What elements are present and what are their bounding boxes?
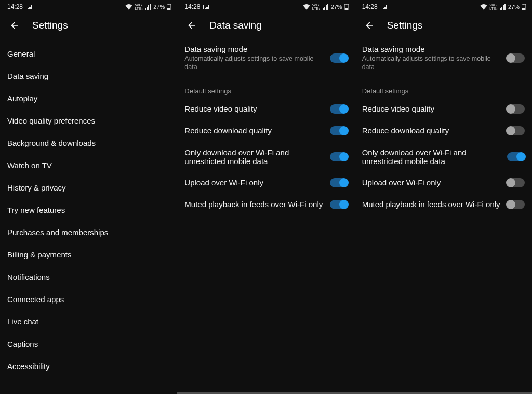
- toggle-switch[interactable]: [507, 200, 525, 209]
- signal-icon: [500, 4, 506, 10]
- page-title: Settings: [32, 20, 68, 31]
- status-bar: 14:28 VoGLTE↕ 27%: [177, 0, 354, 12]
- settings-item-video-quality-preferences[interactable]: Video quality preferences: [0, 110, 177, 132]
- status-bar: 14:28 VoGLTE↕ 27%: [355, 0, 532, 12]
- toggle-switch[interactable]: [507, 178, 525, 187]
- svg-rect-8: [522, 8, 525, 10]
- settings-item-billing-payments[interactable]: Billing & payments: [0, 243, 177, 266]
- battery-pct: 27%: [331, 4, 342, 10]
- settings-item-watch-on-tv[interactable]: Watch on TV: [0, 154, 177, 176]
- svg-rect-1: [168, 4, 170, 4]
- settings-item-accessibility[interactable]: Accessibility: [0, 355, 177, 377]
- svg-rect-4: [345, 4, 347, 4]
- data-saving-mode-switch[interactable]: [330, 53, 348, 63]
- settings-item-notifications[interactable]: Notifications: [0, 266, 177, 288]
- bottom-indicator: [177, 392, 354, 394]
- battery-icon: [344, 4, 349, 10]
- status-time: 14:28: [7, 3, 23, 10]
- back-button[interactable]: [9, 20, 20, 31]
- back-button[interactable]: [364, 20, 375, 31]
- signal-icon: [323, 4, 329, 10]
- toggle-switch[interactable]: [330, 104, 348, 114]
- wifi-icon: [303, 4, 310, 10]
- app-bar: Settings: [0, 12, 177, 38]
- toggle-row-muted-playback-in-feeds-over-wi-fi-only[interactable]: Muted playback in feeds over Wi-Fi only: [177, 194, 354, 215]
- wifi-icon: [125, 4, 132, 10]
- status-time: 14:28: [184, 3, 200, 10]
- screen-settings-list: 14:28 VoGLTE↕ 27% Settings: [0, 0, 177, 394]
- toggle-subtitle: Automatically adjusts settings to save m…: [184, 55, 324, 72]
- data-saving-mode-switch[interactable]: [507, 53, 525, 63]
- toggle-switch[interactable]: [330, 152, 348, 161]
- toggle-title: Data saving mode: [184, 45, 324, 53]
- settings-item-history-privacy[interactable]: History & privacy: [0, 176, 177, 199]
- image-icon: [381, 5, 387, 9]
- settings-item-try-new-features[interactable]: Try new features: [0, 199, 177, 221]
- svg-rect-7: [523, 4, 524, 4]
- data-saving-mode-row[interactable]: Data saving mode Automatically adjusts s…: [355, 38, 532, 78]
- settings-item-captions[interactable]: Captions: [0, 333, 177, 355]
- battery-pct: 27%: [508, 4, 520, 10]
- settings-item-data-saving[interactable]: Data saving: [0, 65, 177, 87]
- toggle-row-muted-playback-in-feeds-over-wi-fi-only[interactable]: Muted playback in feeds over Wi-Fi only: [355, 194, 532, 215]
- settings-item-background-downloads[interactable]: Background & downloads: [0, 132, 177, 154]
- settings-item-purchases-and-memberships[interactable]: Purchases and memberships: [0, 221, 177, 243]
- app-bar: Settings: [355, 12, 532, 38]
- battery-icon: [167, 4, 171, 10]
- toggle-switch[interactable]: [507, 126, 525, 135]
- toggle-label: Only download over Wi-Fi and unrestricte…: [362, 148, 502, 166]
- screen-data-saving-off: 14:28 VoGLTE↕ 27% Settings: [355, 0, 532, 394]
- section-header: Default settings: [355, 78, 532, 98]
- toggle-switch[interactable]: [330, 126, 348, 135]
- status-time: 14:28: [362, 3, 378, 10]
- toggle-switch[interactable]: [507, 104, 525, 114]
- signal-icon: [145, 4, 151, 10]
- toggle-label: Upload over Wi-Fi only: [184, 178, 324, 187]
- image-icon: [203, 5, 209, 9]
- volte-icon: VoGLTE↕: [312, 3, 321, 10]
- toggle-label: Reduce video quality: [362, 104, 502, 113]
- settings-item-autoplay[interactable]: Autoplay: [0, 87, 177, 110]
- toggle-row-reduce-download-quality[interactable]: Reduce download quality: [355, 120, 532, 142]
- toggle-title: Data saving mode: [362, 45, 502, 53]
- toggle-row-only-download-over-wi-fi-and-unrestricted-mobile-data[interactable]: Only download over Wi-Fi and unrestricte…: [355, 142, 532, 172]
- page-title: Data saving: [209, 20, 261, 31]
- toggle-switch[interactable]: [330, 200, 348, 209]
- data-saving-mode-row[interactable]: Data saving mode Automatically adjusts s…: [177, 38, 354, 78]
- image-icon: [26, 5, 32, 9]
- settings-list: GeneralData savingAutoplayVideo quality …: [0, 38, 177, 394]
- toggle-row-only-download-over-wi-fi-and-unrestricted-mobile-data[interactable]: Only download over Wi-Fi and unrestricte…: [177, 142, 354, 172]
- screen-data-saving-on: 14:28 VoGLTE↕ 27% Data savin: [177, 0, 354, 394]
- volte-icon: VoGLTE↕: [489, 3, 498, 10]
- toggle-row-reduce-video-quality[interactable]: Reduce video quality: [177, 98, 354, 120]
- toggle-switch[interactable]: [507, 152, 525, 161]
- settings-item-general[interactable]: General: [0, 43, 177, 65]
- battery-icon: [522, 4, 526, 10]
- settings-item-connected-apps[interactable]: Connected apps: [0, 288, 177, 310]
- toggle-label: Only download over Wi-Fi and unrestricte…: [184, 148, 324, 166]
- toggle-label: Reduce video quality: [184, 104, 324, 113]
- toggle-label: Upload over Wi-Fi only: [362, 178, 502, 187]
- settings-item-live-chat[interactable]: Live chat: [0, 310, 177, 333]
- battery-pct: 27%: [153, 4, 165, 10]
- toggle-row-reduce-video-quality[interactable]: Reduce video quality: [355, 98, 532, 120]
- status-bar: 14:28 VoGLTE↕ 27%: [0, 0, 177, 12]
- volte-icon: VoGLTE↕: [135, 3, 143, 10]
- page-title: Settings: [387, 20, 423, 31]
- svg-rect-2: [167, 8, 170, 10]
- section-header: Default settings: [177, 78, 354, 98]
- wifi-icon: [480, 4, 487, 10]
- bottom-indicator: [355, 392, 532, 394]
- toggle-row-upload-over-wi-fi-only[interactable]: Upload over Wi-Fi only: [355, 172, 532, 194]
- back-button[interactable]: [187, 20, 197, 31]
- toggle-switch[interactable]: [330, 178, 348, 187]
- app-bar: Data saving: [177, 12, 354, 38]
- toggle-row-upload-over-wi-fi-only[interactable]: Upload over Wi-Fi only: [177, 172, 354, 194]
- toggle-label: Reduce download quality: [362, 126, 502, 135]
- svg-rect-5: [345, 8, 348, 10]
- toggle-label: Muted playback in feeds over Wi-Fi only: [362, 200, 502, 209]
- toggle-label: Reduce download quality: [184, 126, 324, 135]
- toggle-label: Muted playback in feeds over Wi-Fi only: [184, 200, 324, 209]
- toggle-row-reduce-download-quality[interactable]: Reduce download quality: [177, 120, 354, 142]
- toggle-subtitle: Automatically adjusts settings to save m…: [362, 55, 502, 72]
